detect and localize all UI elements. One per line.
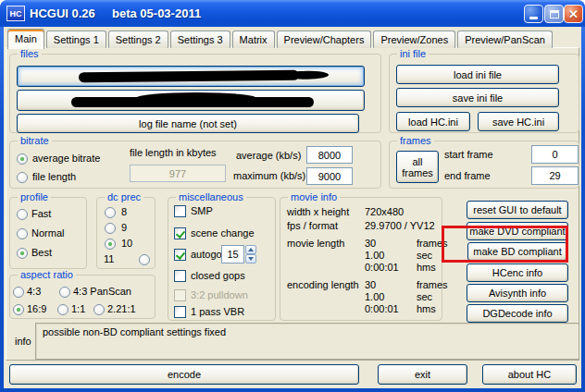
start-frame-field[interactable] — [531, 145, 579, 164]
file-length-kbytes-field[interactable] — [130, 165, 226, 182]
average-bitrate-label[interactable]: average bitrate — [32, 153, 100, 164]
aspect-11-label[interactable]: 1:1 — [71, 303, 85, 314]
about-hc-button[interactable]: about HC — [482, 364, 577, 385]
autogop-value-field[interactable] — [221, 245, 244, 263]
dc-prec-10-label[interactable]: 10 — [121, 238, 132, 249]
file-length-radio[interactable] — [17, 172, 28, 183]
scene-change-checkbox[interactable] — [174, 227, 186, 239]
tab-settings-2[interactable]: Settings 2 — [108, 31, 168, 48]
dc-prec-8-radio[interactable] — [105, 207, 116, 218]
average-bitrate-radio[interactable] — [17, 153, 28, 165]
dc-prec-11-radio[interactable] — [139, 254, 150, 265]
movie-length-hms-value: 0:00:01 — [365, 262, 399, 273]
fps-format-value: 29.9700 / YV12 — [365, 220, 435, 231]
minimize-button[interactable] — [524, 5, 543, 23]
aspect-169-label[interactable]: 16:9 — [27, 303, 46, 314]
tab-bar: Main Settings 1 Settings 2 Settings 3 Ma… — [7, 28, 554, 48]
autogop-spin-up-button[interactable] — [245, 245, 256, 254]
tab-preview-chapters[interactable]: Preview/Chapters — [277, 31, 372, 48]
minimize-icon — [529, 17, 538, 19]
aspect-2211-label[interactable]: 2.21:1 — [107, 303, 136, 314]
dc-prec-10-radio[interactable] — [105, 239, 116, 250]
aspect-11-radio[interactable] — [57, 304, 68, 315]
files-group-label: files — [18, 48, 42, 59]
encoding-length-frames-unit: frames — [417, 279, 448, 290]
end-frame-label: end frame — [444, 170, 491, 181]
one-pass-vbr-label[interactable]: 1 pass VBR — [191, 306, 244, 317]
save-hc-ini-button[interactable]: save HC.ini — [478, 112, 559, 131]
profile-normal-label[interactable]: Normal — [31, 227, 64, 239]
profile-fast-label[interactable]: Fast — [31, 208, 51, 219]
info-label: info — [15, 336, 31, 347]
profile-normal-radio[interactable] — [17, 228, 28, 239]
dgdecode-info-button[interactable]: DGDecode info — [467, 304, 568, 323]
closed-gops-checkbox[interactable] — [174, 270, 186, 282]
smp-checkbox[interactable] — [174, 205, 186, 217]
file-length-label[interactable]: file length — [32, 171, 76, 182]
all-frames-button[interactable]: all frames — [396, 151, 439, 183]
tab-matrix[interactable]: Matrix — [232, 31, 275, 48]
aspect-2211-radio[interactable] — [93, 304, 105, 315]
aspect-43-radio[interactable] — [13, 287, 24, 298]
movie-length-hms-unit: hms — [417, 262, 436, 273]
profile-fast-radio[interactable] — [17, 209, 28, 220]
reset-gui-button[interactable]: reset GUI to default — [467, 201, 568, 219]
output-file-button[interactable] — [17, 90, 365, 111]
make-bd-compliant-button[interactable]: make BD compliant — [467, 242, 567, 261]
end-frame-field[interactable] — [531, 166, 579, 185]
close-button[interactable]: ✕ — [564, 5, 583, 23]
smp-label[interactable]: SMP — [191, 205, 213, 216]
maximum-kbs-label: maximum (kb/s) — [233, 170, 305, 181]
movie-length-frames-unit: frames — [417, 238, 448, 249]
titlebar: HC HCGUI 0.26 beta 05-03-2011 ✕ — [0, 0, 585, 27]
aspect-43panscan-radio[interactable] — [59, 287, 70, 298]
save-ini-file-button[interactable]: save ini file — [396, 88, 559, 107]
profile-best-radio[interactable] — [17, 248, 28, 259]
hcenc-info-button[interactable]: HCenc info — [467, 263, 568, 282]
autogop-checkbox[interactable] — [174, 249, 186, 261]
tab-preview-panscan[interactable]: Preview/PanScan — [457, 31, 553, 48]
dc-prec-8-label[interactable]: 8 — [121, 206, 127, 217]
width-height-value: 720x480 — [365, 206, 404, 217]
file-length-kbytes-label: file length in kbytes — [130, 147, 217, 158]
one-pass-vbr-checkbox[interactable] — [174, 306, 186, 318]
load-ini-file-button[interactable]: load ini file — [396, 65, 559, 84]
make-dvd-compliant-button[interactable]: make DVD compliant — [467, 222, 568, 240]
input-file-button[interactable] — [17, 66, 365, 87]
avisynth-info-button[interactable]: Avisynth info — [467, 284, 568, 302]
scene-change-label[interactable]: scene change — [191, 227, 255, 239]
dc-prec-9-label[interactable]: 9 — [121, 222, 127, 233]
aspect-169-radio[interactable] — [13, 304, 24, 315]
encoding-length-sec-value: 1.00 — [365, 291, 384, 302]
exit-button[interactable]: exit — [378, 364, 467, 385]
movie-length-sec-unit: sec — [417, 250, 432, 261]
fps-format-label: fps / format — [287, 220, 338, 231]
closed-gops-label[interactable]: closed gops — [191, 270, 245, 281]
tab-settings-1[interactable]: Settings 1 — [46, 31, 106, 48]
average-kbs-label: average (kb/s) — [236, 150, 301, 161]
movie-length-frames-value: 30 — [365, 238, 376, 249]
encode-button[interactable]: encode — [9, 364, 359, 385]
miscellaneous-group-label: miscellaneous — [176, 191, 246, 202]
tab-settings-3[interactable]: Settings 3 — [170, 31, 230, 48]
tab-preview-zones[interactable]: Preview/Zones — [373, 31, 455, 48]
aspect-ratio-group-label: aspect ratio — [18, 269, 76, 280]
profile-best-label[interactable]: Best — [31, 247, 52, 258]
autogop-spin-down-button[interactable] — [245, 254, 256, 263]
average-kbs-field[interactable] — [306, 146, 353, 164]
dc-prec-9-radio[interactable] — [105, 223, 116, 234]
encoding-length-hms-unit: hms — [417, 303, 436, 314]
load-hc-ini-button[interactable]: load HC.ini — [396, 112, 470, 131]
width-height-label: width x height — [287, 206, 349, 217]
window-title: HCGUI 0.26 — [30, 6, 95, 20]
maximize-button[interactable] — [544, 5, 564, 23]
aspect-43-label[interactable]: 4:3 — [27, 286, 41, 297]
dc-prec-11-label[interactable]: 11 — [104, 253, 114, 264]
frames-group-label: frames — [397, 135, 434, 146]
tab-main[interactable]: Main — [7, 29, 44, 49]
maximum-kbs-field[interactable] — [306, 167, 353, 185]
ini-file-group-label: ini file — [397, 48, 429, 59]
encoding-length-label: encoding length — [287, 279, 359, 290]
aspect-43panscan-label[interactable]: 4:3 PanScan — [73, 286, 131, 297]
log-file-button[interactable]: log file name (not set) — [17, 114, 359, 133]
